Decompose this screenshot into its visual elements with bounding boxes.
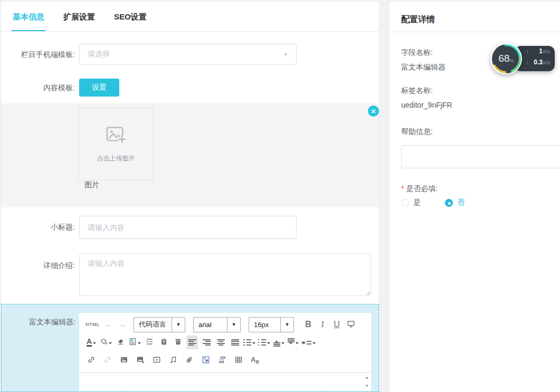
mobile-template-label: 栏目手机端模板: (1, 50, 75, 60)
redo-arrow-icon: → (118, 320, 127, 329)
upload-arrow-icon: ↑ (526, 48, 529, 54)
font-color-button[interactable]: A (86, 336, 97, 349)
gauge-percent-value: 68 (498, 53, 509, 64)
italic-icon: I (321, 320, 324, 329)
download-speed-unit: K/s (543, 60, 550, 65)
caret-down-icon (296, 342, 299, 346)
required-label: *是否必填: (401, 184, 438, 194)
font-size-select[interactable]: 16px ▼ (249, 317, 294, 332)
word-image-button[interactable] (200, 353, 212, 367)
code-language-select[interactable]: 代码语言 ▼ (134, 317, 185, 332)
align-left-button[interactable] (186, 336, 198, 349)
paragraph-spacing-icon (273, 338, 280, 347)
link-icon (87, 356, 96, 366)
editor-content-area[interactable]: ▲ ▼ (79, 372, 371, 391)
font-size-value: 16px (249, 321, 280, 329)
font-color-icon: A (87, 338, 92, 347)
radio-yes-label: 是 (413, 198, 421, 207)
divider (390, 32, 560, 32)
letter-spacing-button[interactable] (301, 336, 316, 349)
image-button[interactable] (118, 353, 130, 367)
ordered-list-icon (243, 339, 251, 346)
video-button[interactable] (151, 353, 163, 367)
cpu-gauge[interactable]: 68 % (490, 43, 522, 74)
content-template-set-button[interactable]: 设置 (79, 79, 119, 97)
paragraph-spacing-button[interactable] (273, 336, 284, 349)
caret-down-icon (267, 342, 270, 346)
scroll-up-icon[interactable]: ▲ (365, 376, 369, 380)
net-speed-widget[interactable]: ↑ 1 K/s ↓ 0.3 K/s 68 % (490, 43, 556, 74)
align-right-button[interactable] (201, 336, 212, 349)
align-left-icon (188, 339, 196, 346)
unordered-list-button[interactable] (258, 336, 270, 349)
caret-down-icon (252, 342, 255, 346)
ordered-list-button[interactable] (243, 336, 255, 349)
font-family-value: arial (194, 321, 227, 329)
download-arrow-icon: ↓ (526, 59, 529, 65)
gauge-ring-icon: 68 % (492, 44, 521, 73)
rich-text-field-selected-block[interactable]: 富文本编辑器: HTML ← → 代码语言 ▼ arial ▼ 16px ▼ (1, 304, 379, 392)
table-icon (234, 356, 243, 366)
unlink-button[interactable] (102, 353, 113, 367)
tab-seo-settings[interactable]: SEO设置 (113, 12, 148, 31)
redo-button[interactable]: → (117, 318, 128, 331)
link-button[interactable] (86, 353, 97, 367)
bold-button[interactable]: B (302, 318, 314, 331)
field-name-label: 字段名称: (401, 48, 433, 58)
fullscreen-button[interactable] (345, 318, 357, 331)
unordered-list-icon (258, 339, 266, 346)
insert-image-button[interactable] (135, 353, 146, 367)
word-image-icon (202, 356, 210, 366)
page-break-icon (218, 356, 226, 366)
help-info-label: 帮助信息: (401, 127, 433, 137)
content-template-label: 内容模板: (1, 83, 75, 93)
code-language-value: 代码语言 (134, 320, 172, 329)
config-detail-title: 配置详情 (401, 14, 435, 25)
align-center-button[interactable] (215, 336, 226, 349)
image-plus-icon (136, 356, 145, 366)
paste-as-text-button[interactable] (158, 336, 169, 349)
underline-button[interactable]: U (331, 318, 343, 331)
insert-table-button[interactable] (233, 353, 244, 367)
attachment-button[interactable] (184, 353, 195, 367)
bold-icon: B (305, 320, 311, 329)
upload-hint-text: 点击上传图片 (97, 154, 135, 163)
font-family-select[interactable]: arial ▼ (193, 317, 241, 332)
html-source-label: HTML (86, 322, 100, 327)
change-case-button[interactable]: AB (249, 353, 261, 367)
chevron-down-icon: ▼ (283, 52, 288, 57)
help-info-input[interactable] (401, 145, 560, 168)
mobile-template-select[interactable]: 请选择 ▼ (79, 44, 297, 65)
image-upload-dropzone[interactable]: 点击上传图片 (79, 108, 153, 180)
tab-basic-info[interactable]: 基本信息 (12, 12, 45, 31)
line-height-button[interactable] (287, 336, 299, 349)
indent-icon (146, 338, 154, 347)
format-eraser-button[interactable] (115, 336, 126, 349)
chevron-down-icon: ▼ (227, 318, 240, 332)
resize-handle-icon[interactable] (365, 290, 370, 295)
paragraph-format-button[interactable] (129, 336, 141, 349)
radio-circle-icon (445, 199, 453, 207)
page-break-button[interactable] (216, 353, 228, 367)
subtitle-input[interactable] (79, 216, 297, 239)
radio-yes[interactable]: 是 (401, 198, 421, 207)
remove-field-button[interactable]: × (368, 106, 379, 117)
align-justify-button[interactable] (229, 336, 241, 349)
music-button[interactable] (167, 353, 179, 367)
indent-button[interactable] (144, 336, 155, 349)
editor-toolbar-row-2: A (79, 333, 371, 351)
html-source-button[interactable]: HTML (86, 318, 100, 331)
tab-bar: 基本信息 扩展设置 SEO设置 (1, 2, 379, 32)
eraser-icon (117, 338, 125, 347)
scroll-down-icon[interactable]: ▼ (365, 384, 369, 388)
italic-button[interactable]: I (317, 318, 328, 331)
radio-no[interactable]: 否 (445, 198, 464, 207)
clear-document-button[interactable] (172, 336, 184, 349)
background-color-button[interactable] (100, 336, 112, 349)
detail-textarea[interactable] (79, 253, 371, 296)
image-field-label: 图片 (84, 180, 99, 190)
upload-speed-unit: K/s (543, 49, 550, 54)
caret-down-icon (281, 342, 284, 346)
undo-button[interactable]: ← (102, 318, 114, 331)
tab-extended-settings[interactable]: 扩展设置 (62, 12, 96, 31)
